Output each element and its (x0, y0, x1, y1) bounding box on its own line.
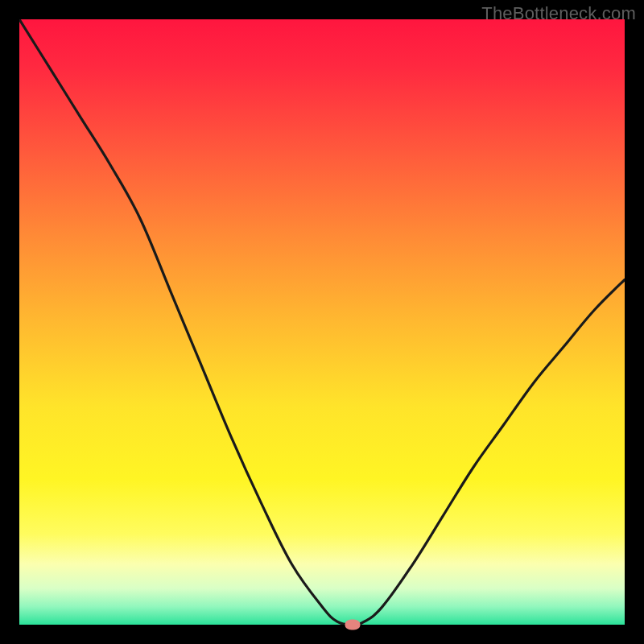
watermark-text: TheBottleneck.com (481, 3, 636, 24)
bottleneck-curve (19, 19, 625, 625)
curve-path (19, 19, 625, 625)
chart-plot-area (19, 19, 625, 625)
chart-frame: TheBottleneck.com (0, 0, 644, 644)
minimum-marker (345, 620, 360, 630)
